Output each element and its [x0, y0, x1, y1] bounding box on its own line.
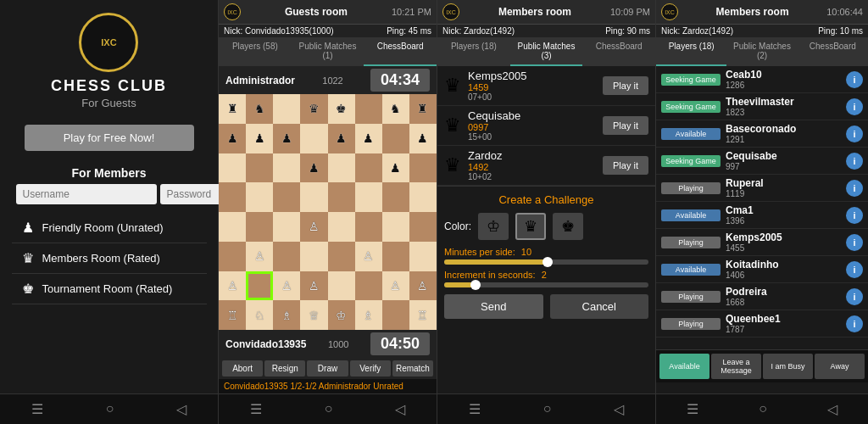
board-cell[interactable]: ♗ — [273, 300, 300, 330]
info-button[interactable]: i — [846, 207, 863, 224]
tab-players-3[interactable]: Players (18) — [437, 37, 510, 66]
board-cell[interactable] — [300, 124, 327, 153]
board-cell[interactable]: ♕ — [300, 300, 327, 330]
board-cell[interactable] — [409, 212, 437, 242]
board-cell[interactable]: ♙ — [219, 271, 246, 301]
tab-chessboard-3[interactable]: ChessBoard — [582, 37, 655, 66]
board-cell[interactable] — [246, 212, 273, 242]
tournament-room-item[interactable]: ♚ Tournament Room (Rated) — [12, 274, 207, 304]
board-cell[interactable] — [219, 182, 246, 212]
board-cell[interactable]: ♟ — [273, 124, 300, 153]
draw-button[interactable]: Draw — [307, 360, 348, 377]
play-free-button[interactable]: Play for Free Now! — [25, 125, 194, 151]
home-icon-1[interactable]: ○ — [106, 401, 114, 417]
home-icon-2[interactable]: ○ — [325, 401, 333, 417]
board-cell[interactable] — [273, 182, 300, 212]
color-white-button[interactable]: ♔ — [478, 213, 509, 240]
board-cell[interactable]: ♟ — [246, 124, 273, 153]
board-cell[interactable] — [246, 153, 273, 183]
username-field[interactable] — [16, 184, 157, 204]
board-cell[interactable] — [273, 94, 300, 124]
board-cell[interactable] — [355, 271, 382, 301]
board-cell[interactable]: ♟ — [409, 124, 437, 153]
away-button[interactable]: Away — [815, 354, 865, 379]
board-cell[interactable] — [328, 242, 355, 271]
board-cell[interactable]: ♙ — [355, 242, 382, 271]
board-cell[interactable]: ♗ — [355, 300, 382, 330]
info-button[interactable]: i — [846, 180, 863, 197]
color-black-button[interactable]: ♛ — [515, 213, 546, 240]
board-cell[interactable] — [300, 242, 327, 271]
board-cell[interactable] — [355, 153, 382, 183]
board-cell[interactable] — [328, 212, 355, 242]
friendly-room-item[interactable]: ♟ Friendly Room (Unrated) — [12, 213, 207, 243]
board-cell[interactable] — [273, 153, 300, 183]
board-cell[interactable]: ♟ — [382, 153, 409, 183]
info-button[interactable]: i — [846, 288, 863, 305]
leave-message-button[interactable]: Leave a Message — [711, 354, 761, 379]
increment-slider-track[interactable] — [444, 282, 648, 287]
board-cell[interactable]: ♙ — [300, 212, 327, 242]
tab-chessboard-2[interactable]: ChessBoard — [364, 37, 437, 66]
menu-icon-1[interactable]: ☰ — [31, 401, 43, 417]
send-challenge-button[interactable]: Send — [444, 294, 543, 319]
board-cell[interactable] — [328, 153, 355, 183]
board-cell[interactable]: ♟ — [300, 153, 327, 183]
i-am-busy-button[interactable]: I am Busy — [763, 354, 813, 379]
board-cell[interactable] — [409, 182, 437, 212]
board-cell[interactable]: ♜ — [219, 94, 246, 124]
minutes-slider-track[interactable] — [444, 259, 648, 265]
menu-icon-3[interactable]: ☰ — [469, 401, 481, 417]
board-cell[interactable]: ♙ — [273, 271, 300, 301]
back-icon-4[interactable]: ◁ — [827, 401, 837, 417]
board-cell[interactable] — [328, 182, 355, 212]
board-cell[interactable]: ♛ — [300, 94, 327, 124]
info-button[interactable]: i — [846, 315, 863, 332]
cancel-challenge-button[interactable]: Cancel — [550, 294, 649, 319]
board-cell[interactable] — [382, 182, 409, 212]
board-cell[interactable]: ♙ — [300, 271, 327, 301]
board-cell[interactable]: ♙ — [382, 271, 409, 301]
board-cell[interactable] — [273, 212, 300, 242]
board-cell[interactable] — [219, 212, 246, 242]
board-cell[interactable] — [219, 242, 246, 271]
board-cell[interactable] — [355, 212, 382, 242]
board-cell[interactable]: ♚ — [328, 94, 355, 124]
info-button[interactable]: i — [846, 153, 863, 170]
board-cell[interactable]: ♟ — [219, 124, 246, 153]
menu-icon-4[interactable]: ☰ — [687, 401, 698, 417]
menu-icon-2[interactable]: ☰ — [250, 401, 262, 417]
tab-players-4[interactable]: Players (18) — [656, 37, 726, 66]
tab-players-2[interactable]: Players (58) — [219, 37, 292, 66]
board-cell[interactable] — [246, 271, 273, 301]
board-cell[interactable] — [382, 212, 409, 242]
play-it-button-1[interactable]: Play it — [603, 116, 648, 135]
color-random-button[interactable]: ♚ — [553, 213, 583, 240]
board-cell[interactable]: ♟ — [355, 124, 382, 153]
board-cell[interactable] — [355, 94, 382, 124]
board-cell[interactable] — [246, 182, 273, 212]
home-icon-4[interactable]: ○ — [759, 401, 767, 417]
board-cell[interactable]: ♙ — [246, 242, 273, 271]
play-it-button-0[interactable]: Play it — [603, 76, 648, 95]
board-cell[interactable] — [219, 153, 246, 183]
board-cell[interactable] — [355, 182, 382, 212]
play-it-button-2[interactable]: Play it — [603, 156, 648, 175]
abort-button[interactable]: Abort — [222, 360, 263, 377]
board-cell[interactable]: ♖ — [219, 300, 246, 330]
info-button[interactable]: i — [846, 234, 863, 251]
back-icon-1[interactable]: ◁ — [176, 401, 186, 417]
tab-chessboard-4[interactable]: ChessBoard — [798, 37, 868, 66]
info-button[interactable]: i — [846, 126, 863, 142]
board-cell[interactable]: ♙ — [409, 271, 437, 301]
board-cell[interactable]: ♜ — [409, 94, 437, 124]
board-cell[interactable] — [409, 242, 437, 271]
tab-matches-4[interactable]: Public Matches (2) — [726, 37, 797, 66]
info-button[interactable]: i — [846, 71, 863, 88]
members-room-item[interactable]: ♛ Members Room (Rated) — [12, 243, 207, 274]
rematch-button[interactable]: Rematch — [392, 360, 433, 377]
back-icon-2[interactable]: ◁ — [395, 401, 405, 417]
resign-button[interactable]: Resign — [264, 360, 305, 377]
board-cell[interactable]: ♘ — [246, 300, 273, 330]
info-button[interactable]: i — [846, 261, 863, 278]
